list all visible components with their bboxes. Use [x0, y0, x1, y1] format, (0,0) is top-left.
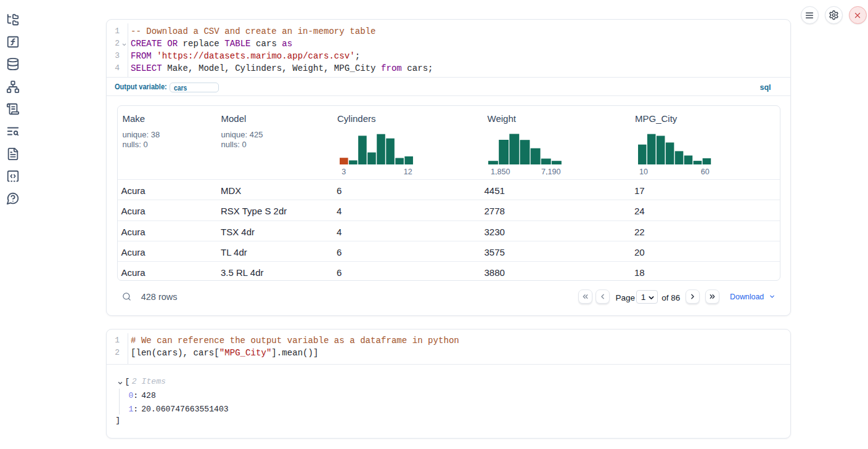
svg-text:60: 60 — [700, 168, 709, 175]
svg-text:12: 12 — [403, 168, 412, 175]
svg-text:3: 3 — [342, 168, 346, 175]
svg-text:7,190: 7,190 — [541, 168, 560, 175]
svg-text:1,850: 1,850 — [491, 168, 510, 175]
svg-text:10: 10 — [639, 168, 648, 175]
